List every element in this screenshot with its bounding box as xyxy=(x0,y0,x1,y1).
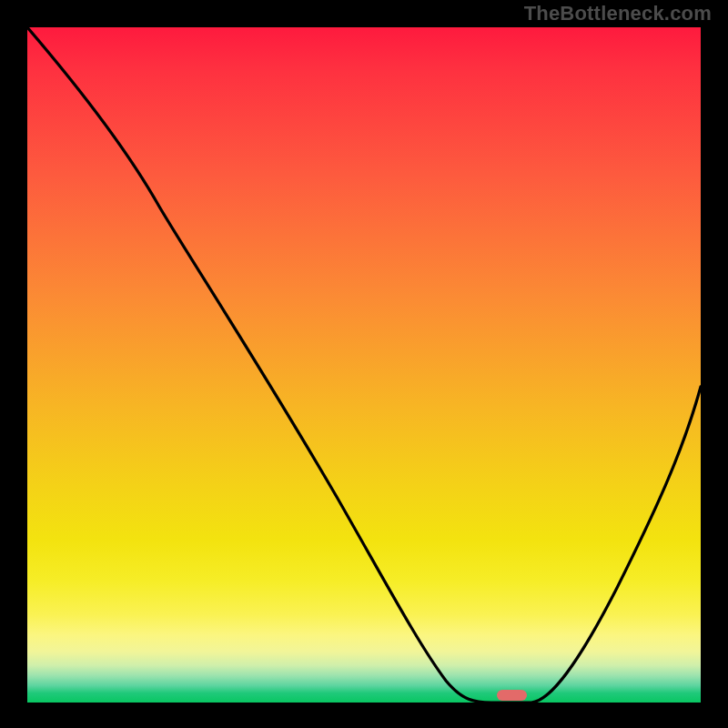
plot-area xyxy=(27,27,701,703)
bottleneck-curve xyxy=(27,27,701,703)
chart-container: TheBottleneck.com xyxy=(0,0,728,728)
optimum-marker xyxy=(497,690,527,701)
watermark-text: TheBottleneck.com xyxy=(524,2,712,25)
